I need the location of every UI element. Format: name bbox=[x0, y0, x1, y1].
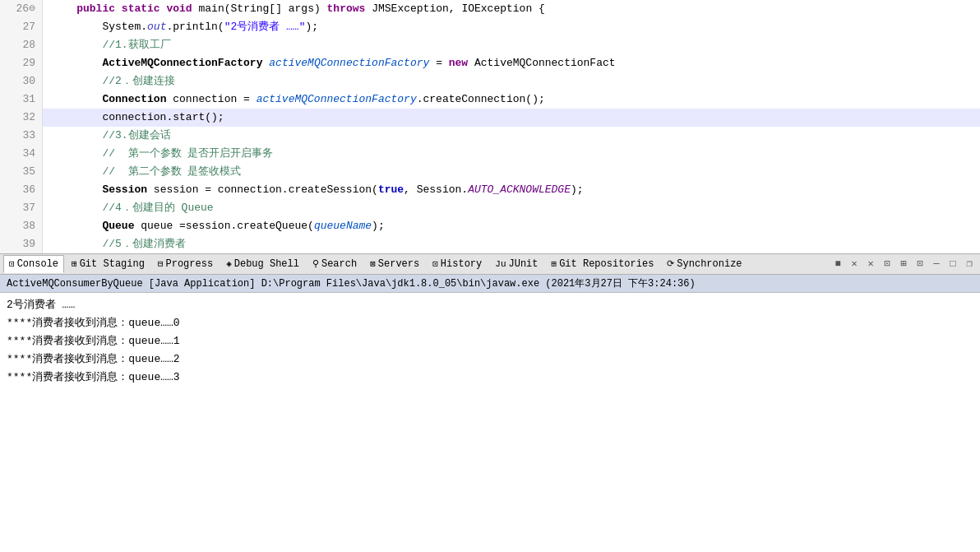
console-tab-history[interactable]: ⊡History bbox=[427, 255, 488, 273]
code-line: 26⊖ public static void main(String[] arg… bbox=[0, 0, 980, 18]
console-line: ****消费者接收到消息：queue……0 bbox=[7, 314, 973, 332]
console-line: ****消费者接收到消息：queue……1 bbox=[7, 332, 973, 350]
tab-icon: ◈ bbox=[226, 258, 232, 269]
code-line: 27 System.out.println("2号消费者 ……"); bbox=[0, 18, 980, 36]
code-line: 33 //3.创建会话 bbox=[0, 127, 980, 145]
tab-label: Synchronize bbox=[677, 258, 742, 270]
code-line: 39 //5．创建消费者 bbox=[0, 235, 980, 253]
line-content: //3.创建会话 bbox=[43, 127, 980, 145]
code-line: 31 Connection connection = activeMQConne… bbox=[0, 90, 980, 109]
terminate-icon[interactable]: ✕ bbox=[847, 257, 862, 271]
line-content: Connection connection = activeMQConnecti… bbox=[43, 90, 980, 109]
line-number: 32 bbox=[0, 109, 43, 127]
tab-icon: Ju bbox=[495, 259, 506, 269]
console-line: ****消费者接收到消息：queue……2 bbox=[7, 350, 973, 369]
console-tabbar: ⊡Console⊞Git Staging⊟Progress◈Debug Shel… bbox=[0, 253, 980, 275]
line-content: //5．创建消费者 bbox=[43, 235, 980, 253]
console-tab-git-staging[interactable]: ⊞Git Staging bbox=[66, 255, 150, 273]
line-content: System.out.println("2号消费者 ……"); bbox=[43, 18, 980, 36]
console-tab-progress[interactable]: ⊟Progress bbox=[152, 255, 219, 273]
code-line: 30 //2．创建连接 bbox=[0, 72, 980, 90]
code-line: 35 // 第二个参数 是签收模式 bbox=[0, 163, 980, 181]
maximize-icon[interactable]: □ bbox=[945, 257, 960, 271]
line-content: ActiveMQConnectionFactory activeMQConnec… bbox=[43, 54, 980, 72]
tabbar-actions: ■✕✕⊡⊞⊡—□❐ bbox=[830, 257, 977, 271]
console-path: ActiveMQConsumerByQueue [Java Applicatio… bbox=[0, 275, 980, 293]
line-content: Queue queue =session.createQueue(queueNa… bbox=[43, 217, 980, 235]
console-tab-git-repositories[interactable]: ⊞Git Repositories bbox=[546, 255, 660, 273]
line-number: 38 bbox=[0, 217, 43, 235]
console-tab-search[interactable]: ⚲Search bbox=[307, 255, 363, 273]
tab-icon: ⊡ bbox=[9, 258, 15, 269]
code-line: 28 //1.获取工厂 bbox=[0, 36, 980, 54]
code-line: 38 Queue queue =session.createQueue(queu… bbox=[0, 217, 980, 235]
tab-icon: ⊞ bbox=[72, 258, 77, 269]
line-number: 35 bbox=[0, 163, 43, 181]
console-tab-console[interactable]: ⊡Console bbox=[3, 255, 64, 273]
line-number: 29 bbox=[0, 54, 43, 72]
line-content: //2．创建连接 bbox=[43, 72, 980, 90]
tab-label: Progress bbox=[166, 258, 214, 270]
line-content: // 第二个参数 是签收模式 bbox=[43, 163, 980, 181]
stop-icon[interactable]: ■ bbox=[830, 257, 845, 271]
code-line: 29 ActiveMQConnectionFactory activeMQCon… bbox=[0, 54, 980, 72]
line-number: 39 bbox=[0, 235, 43, 253]
tab-label: JUnit bbox=[508, 258, 538, 270]
line-number: 34 bbox=[0, 145, 43, 163]
line-content: //4．创建目的 Queue bbox=[43, 199, 980, 217]
line-number: 30 bbox=[0, 72, 43, 90]
tab-label: Git Repositories bbox=[559, 258, 654, 270]
line-content: // 第一个参数 是否开启开启事务 bbox=[43, 145, 980, 163]
line-number: 26⊖ bbox=[0, 0, 43, 18]
console-tab-junit[interactable]: JuJUnit bbox=[489, 255, 543, 273]
tab-icon: ⊡ bbox=[432, 258, 438, 269]
line-content: public static void main(String[] args) t… bbox=[43, 0, 980, 18]
tab-label: Git Staging bbox=[80, 258, 145, 270]
line-number: 27 bbox=[0, 18, 43, 36]
console-tab-servers[interactable]: ⊠Servers bbox=[364, 255, 425, 273]
console-output: 2号消费者 ……****消费者接收到消息：queue……0****消费者接收到消… bbox=[0, 293, 980, 553]
code-line: 36 Session session = connection.createSe… bbox=[0, 181, 980, 199]
line-number: 36 bbox=[0, 181, 43, 199]
line-content: //1.获取工厂 bbox=[43, 36, 980, 54]
line-number: 31 bbox=[0, 90, 43, 109]
line-content: connection.start(); bbox=[43, 109, 980, 127]
tab-icon: ⊠ bbox=[370, 258, 376, 269]
console-line: ****消费者接收到消息：queue……3 bbox=[7, 369, 973, 387]
line-number: 33 bbox=[0, 127, 43, 145]
console-line: 2号消费者 …… bbox=[7, 296, 973, 314]
tab-icon: ⚲ bbox=[312, 258, 319, 269]
code-lines: 26⊖ public static void main(String[] arg… bbox=[0, 0, 980, 253]
tab-label: Search bbox=[321, 258, 357, 270]
tab-icon: ⊞ bbox=[552, 258, 557, 269]
pin-icon[interactable]: ⊞ bbox=[896, 257, 911, 271]
restore-icon[interactable]: ❐ bbox=[962, 257, 977, 271]
code-editor: 26⊖ public static void main(String[] arg… bbox=[0, 0, 980, 253]
tab-label: Servers bbox=[378, 258, 419, 270]
minimize-icon[interactable]: — bbox=[929, 257, 944, 271]
line-number: 37 bbox=[0, 199, 43, 217]
close-icon[interactable]: ✕ bbox=[863, 257, 878, 271]
code-line: 32 connection.start(); bbox=[0, 109, 980, 127]
line-content: Session session = connection.createSessi… bbox=[43, 181, 980, 199]
code-line: 37 //4．创建目的 Queue bbox=[0, 199, 980, 217]
scroll-lock-icon[interactable]: ⊡ bbox=[880, 257, 894, 271]
console-tab-debug-shell[interactable]: ◈Debug Shell bbox=[220, 255, 305, 273]
tab-label: Console bbox=[17, 258, 58, 270]
line-number: 28 bbox=[0, 36, 43, 54]
tab-icon: ⊟ bbox=[158, 258, 164, 269]
console-tab-synchronize[interactable]: ⟳Synchronize bbox=[661, 255, 747, 273]
tab-label: Debug Shell bbox=[234, 258, 299, 270]
code-line: 34 // 第一个参数 是否开启开启事务 bbox=[0, 145, 980, 163]
view-menu-icon[interactable]: ⊡ bbox=[913, 257, 927, 271]
tab-icon: ⟳ bbox=[667, 258, 674, 269]
tab-label: History bbox=[441, 258, 482, 270]
